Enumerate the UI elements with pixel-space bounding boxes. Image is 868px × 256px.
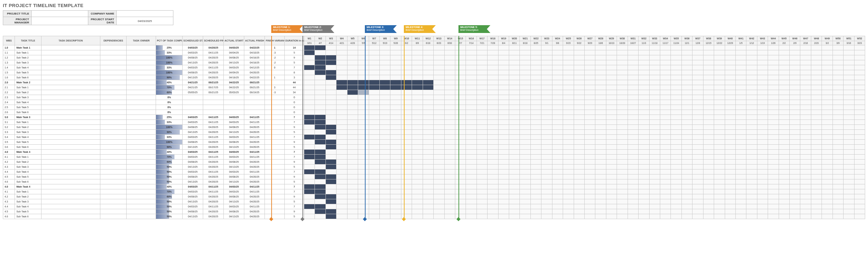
wbs-cell[interactable]: 4.1 bbox=[3, 155, 15, 160]
actual-start-cell[interactable]: 04/03/25 bbox=[224, 150, 244, 155]
sched-start-cell[interactable] bbox=[183, 100, 203, 105]
actual-finish-cell[interactable]: 04/20/25 bbox=[244, 214, 265, 219]
task-title-cell[interactable]: Main Task 1 bbox=[15, 45, 41, 50]
task-title-cell[interactable]: Sub Task 1 bbox=[15, 120, 41, 125]
dep-cell[interactable] bbox=[100, 165, 127, 169]
actual-start-cell[interactable]: 04/13/25 bbox=[224, 145, 244, 150]
duration-cell[interactable]: 9 bbox=[284, 174, 304, 179]
sched-start-cell[interactable]: 04/03/25 bbox=[183, 120, 203, 125]
sched-finish-cell[interactable]: 04/11/25 bbox=[203, 155, 224, 160]
pct-cell[interactable]: 25% bbox=[156, 45, 183, 50]
finish-var-cell[interactable]: 1 bbox=[265, 75, 284, 80]
owner-cell[interactable] bbox=[127, 199, 156, 204]
actual-finish-cell[interactable]: 04/11/25 bbox=[244, 135, 265, 140]
wbs-cell[interactable]: 1.4 bbox=[3, 65, 15, 70]
sched-finish-cell[interactable]: 04/20/25 bbox=[203, 174, 224, 179]
wbs-cell[interactable]: 4.3 bbox=[3, 165, 15, 169]
sched-start-cell[interactable]: 04/03/25 bbox=[183, 115, 203, 120]
finish-var-cell[interactable] bbox=[265, 80, 284, 85]
task-desc-cell[interactable] bbox=[41, 199, 100, 204]
pct-cell[interactable]: 0% bbox=[156, 100, 183, 105]
dep-cell[interactable] bbox=[100, 60, 127, 65]
sched-start-cell[interactable]: 04/03/25 bbox=[183, 155, 203, 160]
task-title-cell[interactable]: Sub Task 3 bbox=[15, 130, 41, 135]
sched-start-cell[interactable]: 04/13/25 bbox=[183, 179, 203, 184]
wbs-cell[interactable]: 3.6 bbox=[3, 145, 15, 150]
finish-var-cell[interactable] bbox=[265, 95, 284, 100]
dep-cell[interactable] bbox=[100, 120, 127, 125]
task-title-cell[interactable]: Sub Task 4 bbox=[15, 100, 41, 105]
actual-start-cell[interactable]: 04/03/25 bbox=[224, 189, 244, 194]
actual-start-cell[interactable]: 04/08/25 bbox=[224, 209, 244, 214]
wbs-cell[interactable]: 3.3 bbox=[3, 130, 15, 135]
actual-start-cell[interactable]: 04/03/25 bbox=[224, 155, 244, 160]
dep-cell[interactable] bbox=[100, 110, 127, 115]
task-desc-cell[interactable] bbox=[41, 105, 100, 110]
actual-finish-cell[interactable]: 06/21/25 bbox=[244, 80, 265, 85]
dep-cell[interactable] bbox=[100, 169, 127, 174]
sched-start-cell[interactable]: 04/08/25 bbox=[183, 174, 203, 179]
project-start-date-value[interactable]: 04/03/2025 bbox=[117, 17, 173, 25]
dep-cell[interactable] bbox=[100, 85, 127, 90]
sched-finish-cell[interactable]: 04/20/25 bbox=[203, 214, 224, 219]
finish-var-cell[interactable] bbox=[265, 115, 284, 120]
task-desc-cell[interactable] bbox=[41, 155, 100, 160]
actual-finish-cell[interactable]: 04/11/25 bbox=[244, 189, 265, 194]
finish-var-cell[interactable]: -3 bbox=[265, 90, 284, 95]
finish-var-cell[interactable]: -2 bbox=[265, 60, 284, 65]
actual-start-cell[interactable]: 04/09/25 bbox=[224, 70, 244, 75]
finish-var-cell[interactable] bbox=[265, 204, 284, 209]
dep-cell[interactable] bbox=[100, 100, 127, 105]
sched-start-cell[interactable]: 04/03/25 bbox=[183, 184, 203, 189]
dep-cell[interactable] bbox=[100, 45, 127, 50]
duration-cell[interactable]: 7 bbox=[284, 115, 304, 120]
task-desc-cell[interactable] bbox=[41, 165, 100, 169]
duration-cell[interactable]: 7 bbox=[284, 155, 304, 160]
duration-cell[interactable]: 5 bbox=[284, 130, 304, 135]
task-title-cell[interactable]: Sub Task 6 bbox=[15, 145, 41, 150]
dep-cell[interactable] bbox=[100, 50, 127, 55]
actual-start-cell[interactable]: 04/03/25 bbox=[224, 45, 244, 50]
owner-cell[interactable] bbox=[127, 169, 156, 174]
sched-finish-cell[interactable]: 04/20/25 bbox=[203, 60, 224, 65]
wbs-cell[interactable]: 4.0 bbox=[3, 184, 15, 189]
task-desc-cell[interactable] bbox=[41, 145, 100, 150]
actual-start-cell[interactable]: 04/08/25 bbox=[224, 55, 244, 60]
actual-finish-cell[interactable]: 04/20/25 bbox=[244, 179, 265, 184]
dep-cell[interactable] bbox=[100, 70, 127, 75]
actual-finish-cell[interactable]: 04/11/25 bbox=[244, 155, 265, 160]
task-desc-cell[interactable] bbox=[41, 55, 100, 60]
finish-var-cell[interactable] bbox=[265, 100, 284, 105]
sched-finish-cell[interactable] bbox=[203, 110, 224, 115]
task-title-cell[interactable]: Sub Task 3 bbox=[15, 95, 41, 100]
finish-var-cell[interactable]: -2 bbox=[265, 55, 284, 60]
actual-start-cell[interactable]: 04/13/25 bbox=[224, 199, 244, 204]
actual-finish-cell[interactable] bbox=[244, 110, 265, 115]
owner-cell[interactable] bbox=[127, 60, 156, 65]
pct-cell[interactable]: 90% bbox=[156, 75, 183, 80]
sched-start-cell[interactable]: 04/03/25 bbox=[183, 135, 203, 140]
task-title-cell[interactable]: Sub Task 4 bbox=[15, 204, 41, 209]
sched-start-cell[interactable]: 04/03/25 bbox=[183, 204, 203, 209]
sched-start-cell[interactable]: 04/08/25 bbox=[183, 194, 203, 199]
task-desc-cell[interactable] bbox=[41, 115, 100, 120]
owner-cell[interactable] bbox=[127, 135, 156, 140]
actual-finish-cell[interactable]: 06/19/25 bbox=[244, 90, 265, 95]
task-title-cell[interactable]: Main Task 3 bbox=[15, 115, 41, 120]
sched-start-cell[interactable]: 04/13/25 bbox=[183, 60, 203, 65]
owner-cell[interactable] bbox=[127, 150, 156, 155]
task-desc-cell[interactable] bbox=[41, 125, 100, 130]
actual-start-cell[interactable]: 04/22/25 bbox=[224, 85, 244, 90]
owner-cell[interactable] bbox=[127, 209, 156, 214]
pct-cell[interactable]: 100% bbox=[156, 55, 183, 60]
finish-var-cell[interactable] bbox=[265, 179, 284, 184]
task-title-cell[interactable]: Sub Task 1 bbox=[15, 85, 41, 90]
actual-start-cell[interactable]: 04/03/25 bbox=[224, 135, 244, 140]
pct-cell[interactable]: 50% bbox=[156, 174, 183, 179]
wbs-cell[interactable]: 4.6 bbox=[3, 179, 15, 184]
dep-cell[interactable] bbox=[100, 135, 127, 140]
owner-cell[interactable] bbox=[127, 179, 156, 184]
duration-cell[interactable]: 7 bbox=[284, 65, 304, 70]
owner-cell[interactable] bbox=[127, 80, 156, 85]
actual-finish-cell[interactable]: 04/18/25 bbox=[244, 55, 265, 60]
